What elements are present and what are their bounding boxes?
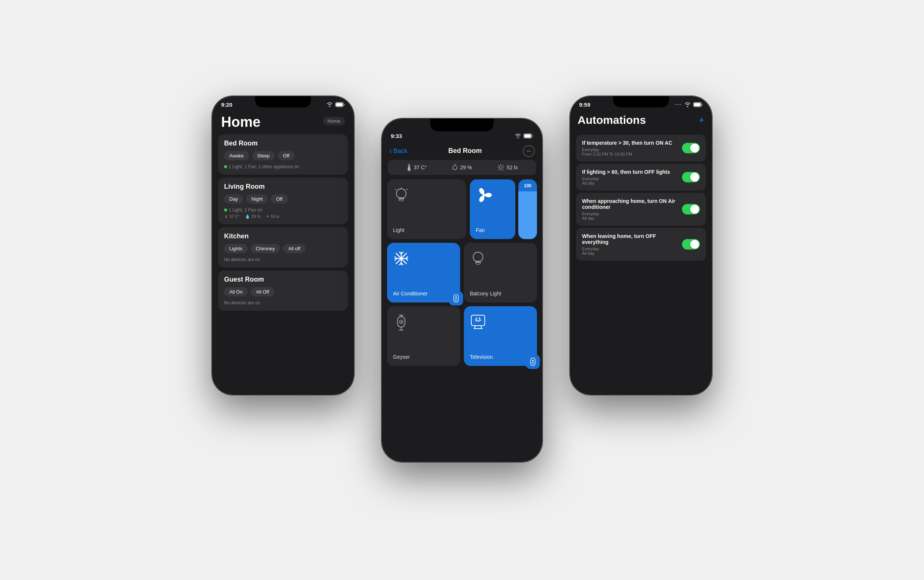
humidity-icon bbox=[452, 164, 458, 171]
automation-text-1: If lighting > 60, then turn OFF lights E… bbox=[582, 169, 677, 185]
remote-icon-tv bbox=[529, 358, 536, 366]
kitchen-status: No devices are on bbox=[224, 257, 342, 262]
room-buttons-kitchen: Lights Chimney All off bbox=[224, 244, 342, 253]
automation-toggle-2[interactable] bbox=[682, 204, 700, 214]
fan-slider[interactable]: 100 bbox=[518, 180, 537, 239]
time-right: 9:59 bbox=[579, 101, 590, 108]
remote-badge-ac[interactable] bbox=[449, 291, 463, 305]
btn-off-br[interactable]: Off bbox=[278, 151, 294, 160]
svg-point-17 bbox=[396, 189, 406, 198]
room-card-kitchen: Kitchen Lights Chimney All off No device… bbox=[218, 227, 348, 267]
svg-point-50 bbox=[401, 321, 402, 323]
automation-time-1: All day bbox=[582, 181, 677, 185]
automation-toggle-0[interactable] bbox=[682, 143, 700, 153]
center-phone: 9:33 bbox=[382, 119, 542, 462]
svg-point-39 bbox=[455, 297, 457, 298]
automation-title-2: When approaching home, turn ON Air condi… bbox=[582, 198, 677, 210]
back-button[interactable]: ‹ Back bbox=[389, 147, 407, 155]
fan-card-group: Fan 100 bbox=[470, 180, 537, 239]
fan-icon bbox=[476, 187, 492, 203]
home-screen: 9:20 bbox=[212, 96, 354, 395]
home-title: Home bbox=[221, 115, 261, 130]
dots-icon: ···· bbox=[675, 102, 682, 107]
sensor-bar: 37 C° 29 % bbox=[388, 160, 536, 175]
svg-point-42 bbox=[473, 252, 483, 262]
device-card-geyser[interactable]: Geyser bbox=[387, 306, 460, 366]
automations-header: Automations + bbox=[570, 111, 712, 132]
svg-line-53 bbox=[481, 326, 482, 329]
automation-freq-2: Everyday bbox=[582, 211, 677, 216]
btn-chimney[interactable]: Chimney bbox=[251, 244, 280, 253]
svg-line-15 bbox=[503, 165, 503, 166]
device-card-light[interactable]: Light bbox=[387, 180, 466, 239]
btn-night[interactable]: Night bbox=[246, 194, 268, 204]
svg-rect-59 bbox=[532, 362, 534, 363]
room-name-living: Living Room bbox=[224, 183, 342, 191]
svg-point-24 bbox=[485, 193, 492, 197]
automation-text-2: When approaching home, turn ON Air condi… bbox=[582, 198, 677, 221]
thermometer-icon bbox=[406, 164, 412, 171]
btn-day[interactable]: Day bbox=[224, 194, 243, 204]
svg-line-14 bbox=[503, 169, 503, 170]
status-icons-right: ···· bbox=[675, 102, 703, 107]
device-card-tv[interactable]: Television bbox=[464, 306, 537, 366]
automation-time-2: All day bbox=[582, 216, 677, 221]
btn-awake[interactable]: Awake bbox=[224, 151, 249, 160]
btn-lights[interactable]: Lights bbox=[224, 244, 248, 253]
btn-alloff-k[interactable]: All off bbox=[283, 244, 306, 253]
svg-line-13 bbox=[498, 165, 499, 166]
left-phone: 9:20 bbox=[212, 96, 354, 395]
svg-line-16 bbox=[498, 169, 499, 170]
svg-rect-38 bbox=[454, 295, 458, 302]
automation-title-0: If temperature > 30, then turn ON AC bbox=[582, 140, 677, 146]
automation-toggle-3[interactable] bbox=[682, 239, 700, 250]
geyser-icon bbox=[393, 314, 409, 332]
slider-value: 100 bbox=[524, 183, 531, 188]
svg-rect-41 bbox=[455, 300, 457, 301]
automations-title: Automations bbox=[577, 114, 646, 127]
ac-label: Air Conditioner bbox=[393, 290, 454, 297]
devices-grid: Light Fan bbox=[382, 180, 542, 366]
automation-item-2[interactable]: When approaching home, turn ON Air condi… bbox=[576, 193, 706, 226]
more-button[interactable]: ··· bbox=[523, 145, 535, 157]
time-left: 9:20 bbox=[221, 101, 232, 108]
device-card-ac[interactable]: Air Conditioner bbox=[387, 243, 460, 303]
btn-alloff-g[interactable]: All Off bbox=[251, 287, 274, 297]
room-buttons-bedroom: Awake Sleep Off bbox=[224, 151, 342, 160]
guest-status: No devices are on bbox=[224, 300, 342, 305]
svg-rect-62 bbox=[694, 103, 700, 106]
add-automation-button[interactable]: + bbox=[699, 114, 704, 126]
sensor-temp: 37 C° bbox=[406, 164, 427, 171]
remote-badge-tv[interactable] bbox=[526, 355, 540, 369]
tv-icon bbox=[470, 314, 486, 330]
svg-point-8 bbox=[499, 166, 502, 169]
battery-icon-c bbox=[523, 133, 533, 138]
snowflake-icon bbox=[393, 250, 409, 267]
btn-allon-g[interactable]: All On bbox=[224, 287, 248, 297]
notch-left bbox=[255, 96, 311, 107]
btn-off-lr[interactable]: Off bbox=[271, 194, 288, 204]
room-buttons-living: Day Night Off bbox=[224, 194, 342, 204]
btn-sleep[interactable]: Sleep bbox=[252, 151, 275, 160]
automations-screen: 9:59 ···· bbox=[570, 96, 712, 395]
automation-toggle-1[interactable] bbox=[682, 172, 700, 182]
automation-freq-3: Everyday bbox=[582, 247, 677, 251]
automation-item-3[interactable]: When leaving home, turn OFF everything E… bbox=[576, 228, 706, 261]
light-label: Light bbox=[393, 227, 460, 233]
svg-rect-1 bbox=[336, 103, 343, 106]
automation-time-0: From 2:10 PM To 10:00 PM bbox=[582, 152, 677, 156]
status-dot-br bbox=[224, 165, 227, 168]
device-card-balcony[interactable]: Balcony Light bbox=[464, 243, 537, 303]
automation-freq-0: Everyday bbox=[582, 147, 677, 152]
status-icons-left bbox=[326, 102, 345, 107]
automation-item-0[interactable]: If temperature > 30, then turn ON AC Eve… bbox=[576, 135, 706, 161]
device-card-fan[interactable]: Fan bbox=[470, 180, 515, 239]
automation-item-1[interactable]: If lighting > 60, then turn OFF lights E… bbox=[576, 164, 706, 191]
svg-line-21 bbox=[406, 189, 408, 190]
remote-icon-ac bbox=[453, 294, 459, 303]
nav-title: Bed Room bbox=[448, 147, 482, 155]
svg-point-7 bbox=[408, 169, 409, 170]
bedroom-status: 1 Light, 1 Fan, 1 other appliance on bbox=[224, 164, 342, 169]
right-phone: 9:59 ···· bbox=[570, 96, 712, 395]
room-card-bedroom: Bed Room Awake Sleep Off 1 Light, 1 Fan,… bbox=[218, 134, 348, 175]
